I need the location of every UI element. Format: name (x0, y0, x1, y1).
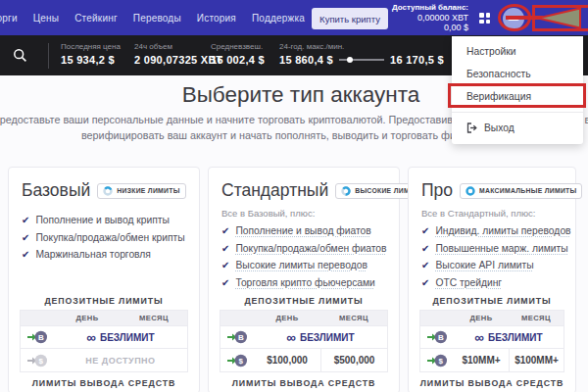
check-icon: ✔ (421, 260, 429, 271)
menu-item-settings[interactable]: Настройки (452, 40, 583, 63)
check-icon: ✔ (22, 232, 29, 244)
menu-item-verification[interactable]: Верификация (452, 85, 583, 108)
deposit-limits-table: ДЕНЬМЕСЯЦ B ∞БЕЗЛИМИТ $ НЕ ДОСТУПНО (20, 310, 188, 372)
crypto-coin-icon: B (26, 329, 48, 345)
fiat-coin-disabled-icon: $ (26, 353, 48, 368)
account-card-basic[interactable]: Базовый НИЗКИЕ ЛИМИТЫ ✔Пополнение и выво… (8, 167, 200, 392)
card-title: Базовый (22, 180, 90, 201)
stat-value: 16 002,4 $ (211, 54, 265, 66)
check-icon: ✔ (221, 225, 229, 237)
feature-list: ✔Пополнение и вывод крипты ✔Покупка/прод… (22, 215, 186, 261)
stat-value: 15 934,2 $ (61, 54, 121, 66)
svg-text:B: B (38, 333, 44, 342)
card-subtitle: Все в Базовый, плюс: (221, 208, 386, 219)
deposit-limits-title: ДЕПОЗИТНЫЕ ЛИМИТЫ (419, 296, 564, 306)
limits-badge: НИЗКИЕ ЛИМИТЫ (97, 183, 185, 199)
nav-item-prices[interactable]: Цены (33, 13, 59, 24)
buy-crypto-button[interactable]: Купить крипту (312, 8, 388, 29)
table-row: $ $10MM+ $100MM+ (420, 349, 564, 371)
search-icon[interactable] (13, 48, 27, 63)
balance-label: Доступный баланс: (392, 3, 468, 13)
app-window: Торги Цены Стейкинг Переводы История Под… (0, 0, 588, 392)
stat-label: 24-год. макс./мин. (279, 42, 444, 51)
nav-item-trade[interactable]: Торги (0, 13, 18, 24)
infinity-symbol: ∞ (86, 330, 96, 345)
stat-volume: 24ч объем 2 090,07325 ХВТ (134, 42, 222, 66)
feature-item: ✔OTC трейдинг (421, 277, 563, 289)
feature-item: ✔Торговля крипто фьючерсами (221, 277, 386, 289)
stat-value: 2 090,07325 ХВТ (134, 54, 222, 66)
feature-item: ✔Покупка/продажа/обмен фиатов (221, 243, 386, 255)
check-icon: ✔ (221, 243, 229, 255)
fiat-month-limit: $500,000 (320, 349, 387, 371)
feature-item: ✔Пополнение и вывод крипты (22, 215, 186, 226)
minmax-slider (339, 59, 384, 61)
fiat-day-limit: $10MM+ (454, 355, 509, 366)
withdrawal-limits-title: ЛИМИТЫ ВЫВОДА СРЕДСТВ (419, 378, 564, 388)
check-icon: ✔ (421, 277, 429, 289)
user-avatar-icon[interactable] (503, 8, 524, 29)
nav-item-history[interactable]: История (197, 13, 236, 24)
available-balance: Доступный баланс: 0,00000 ХВТ 0,00 $ (392, 3, 468, 32)
check-icon: ✔ (221, 260, 229, 271)
feature-item: ✔Высокие API лимиты (421, 260, 563, 271)
fiat-month-limit: $100MM+ (509, 349, 564, 371)
badge-label: НИЗКИЕ ЛИМИТЫ (117, 187, 179, 194)
account-dropdown-menu: Настройки Безопасность Верификация Выход (452, 36, 583, 144)
crypto-coin-icon: B (226, 329, 248, 345)
feature-list: ✔Пополнение и вывод фиатов ✔Покупка/прод… (221, 225, 386, 289)
stat-max-min: 24-год. макс./мин. 15 860,4 $ 16 170,5 $ (279, 42, 444, 66)
feature-item: ✔Индивид. лимиты переводов (421, 225, 563, 237)
fiat-coin-icon: $ (226, 353, 248, 368)
check-icon: ✔ (22, 215, 29, 226)
table-row: B ∞БЕЗЛИМИТ (21, 326, 187, 349)
feature-list: ✔Индивид. лимиты переводов ✔Повышенные м… (421, 225, 563, 289)
col-month: МЕСЯЦ (509, 314, 564, 322)
table-row: B ∞БЕЗЛИМИТ (220, 326, 387, 349)
gauge-max-icon (466, 186, 475, 196)
account-card-pro[interactable]: Про МАКСИМАЛЬНЫЕ ЛИМИТЫ Все в Стандартны… (408, 167, 576, 392)
balance-crypto-value: 0,00000 ХВТ (392, 13, 468, 23)
limits-badge: МАКСИМАЛЬНЫЕ ЛИМИТЫ (460, 183, 582, 199)
apps-grid-icon[interactable] (479, 13, 490, 24)
balance-fiat-value: 0,00 $ (392, 23, 468, 32)
infinity-symbol: ∞ (474, 330, 484, 345)
deposit-limits-title: ДЕПОЗИТНЫЕ ЛИМИТЫ (20, 296, 188, 306)
stat-label: Средневзвеш. (211, 42, 265, 51)
fiat-coin-icon: $ (426, 353, 448, 368)
card-subtitle: Все в Стандартный, плюс: (421, 208, 563, 219)
limits-section: ДЕПОЗИТНЫЕ ЛИМИТЫ ДЕНЬМЕСЯЦ B ∞БЕЗЛИМИТ … (419, 296, 564, 392)
stat-min-value: 15 860,4 $ (279, 54, 333, 66)
deposit-limits-table: ДЕНЬМЕСЯЦ B ∞БЕЗЛИМИТ $ $100,000 $500,00… (220, 310, 388, 372)
infinity-symbol: ∞ (286, 330, 296, 345)
nav-item-support[interactable]: Поддержка (252, 13, 305, 24)
gauge-high-icon (341, 186, 351, 196)
withdrawal-limits-title: ЛИМИТЫ ВЫВОДА СРЕДСТВ (20, 378, 188, 388)
stat-last-price: Последняя цена 15 934,2 $ (61, 42, 121, 66)
card-title: Стандартный (221, 180, 328, 201)
top-navigation: Торги Цены Стейкинг Переводы История Под… (0, 0, 588, 35)
stat-weighted-avg: Средневзвеш. 16 002,4 $ (211, 42, 265, 66)
menu-item-logout[interactable]: Выход (452, 117, 583, 138)
menu-item-security[interactable]: Безопасность (452, 63, 583, 85)
fiat-day-limit: $100,000 (254, 355, 320, 366)
account-card-standard[interactable]: Стандартный ВЫСОКИЕ ЛИМИТЫ Все в Базовый… (208, 167, 400, 392)
deposit-limits-table: ДЕНЬМЕСЯЦ B ∞БЕЗЛИМИТ $ $10MM+ $100MM+ (419, 310, 564, 372)
nav-item-transfers[interactable]: Переводы (133, 13, 181, 24)
deposit-limits-title: ДЕПОЗИТНЫЕ ЛИМИТЫ (220, 296, 388, 306)
logout-label: Выход (484, 122, 514, 133)
logout-icon (466, 122, 477, 133)
check-icon: ✔ (22, 249, 29, 261)
badge-label: МАКСИМАЛЬНЫЕ ЛИМИТЫ (479, 187, 576, 194)
limits-section: ДЕПОЗИТНЫЕ ЛИМИТЫ ДЕНЬМЕСЯЦ B ∞БЕЗЛИМИТ … (220, 296, 388, 392)
main-nav: Торги Цены Стейкинг Переводы История Под… (0, 0, 305, 35)
feature-item: ✔Маржинальная торговля (22, 249, 186, 261)
feature-item: ✔Высокие лимиты переводов (221, 260, 386, 271)
svg-text:$: $ (39, 356, 44, 365)
table-row: $ НЕ ДОСТУПНО (21, 349, 187, 371)
svg-text:$: $ (239, 356, 244, 365)
menu-divider (452, 112, 583, 113)
stat-label: Последняя цена (61, 42, 121, 51)
check-icon: ✔ (221, 277, 229, 289)
nav-item-staking[interactable]: Стейкинг (74, 13, 118, 24)
